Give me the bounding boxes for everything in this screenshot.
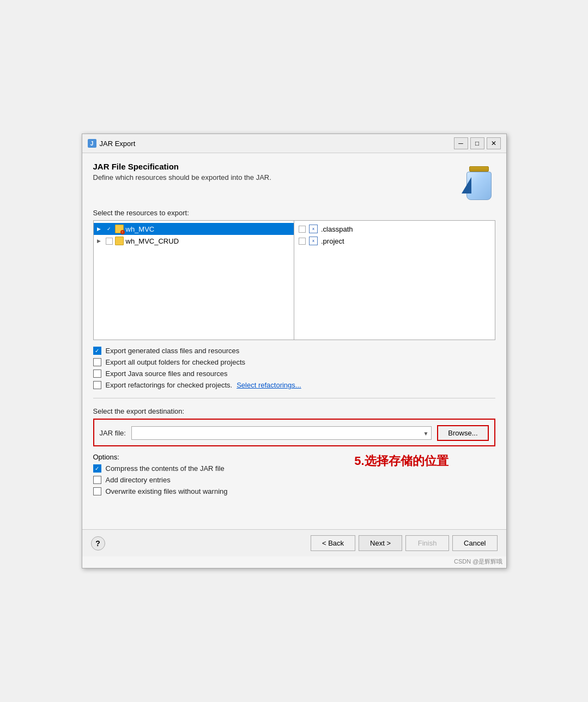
export-refactorings-label: Export refactorings for checked projects…	[106, 381, 233, 389]
dialog-title: JAR File Specification	[93, 162, 271, 171]
wh-mvc-checkbox[interactable]	[106, 226, 113, 233]
file-item-project[interactable]: X .project	[294, 235, 495, 247]
checkbox-row-export-folders: Export all output folders for checked pr…	[93, 358, 495, 366]
overwrite-checkbox[interactable]	[93, 487, 101, 495]
annotation-text: 5.选择存储的位置	[354, 453, 448, 469]
options-label: Options:	[93, 453, 292, 461]
compress-label: Compress the contents of the JAR file	[106, 464, 225, 473]
export-classes-checkbox[interactable]	[93, 347, 101, 355]
export-classes-label: Export generated class files and resourc…	[106, 347, 240, 355]
dialog-subtitle: Define which resources should be exporte…	[93, 173, 271, 181]
checkbox-row-export-refactorings: Export refactorings for checked projects…	[93, 381, 495, 389]
export-folders-label: Export all output folders for checked pr…	[106, 358, 246, 366]
add-dir-checkbox[interactable]	[93, 476, 101, 484]
checkbox-row-add-dir: Add directory entries	[93, 476, 292, 484]
compress-checkbox[interactable]	[93, 464, 101, 473]
chevron-icon: ▶	[97, 226, 104, 232]
wh-mvc-crud-checkbox[interactable]	[106, 238, 113, 245]
jar-file-input-wrapper: ▼	[131, 426, 432, 440]
checkbox-row-export-java: Export Java source files and resources	[93, 370, 495, 378]
spacer	[93, 499, 495, 521]
resources-label: Select the resources to export:	[93, 209, 495, 217]
projects-list[interactable]: ▶ ! wh_MVC ▶ wh_MVC_CRUD	[94, 221, 295, 340]
jar-export-window: J JAR Export ─ □ ✕ JAR File Specificatio…	[82, 134, 507, 568]
classpath-label: .classpath	[321, 225, 353, 233]
project-icon: !	[115, 225, 124, 233]
browse-button[interactable]: Browse...	[437, 425, 488, 441]
minimize-button[interactable]: ─	[454, 137, 468, 149]
export-java-checkbox[interactable]	[93, 370, 101, 378]
jar-icon: J	[88, 139, 96, 148]
bottom-left: ?	[91, 536, 105, 550]
jar-illustration	[463, 162, 495, 200]
export-refactorings-checkbox[interactable]	[93, 381, 101, 389]
annotation-section: 5.选择存储的位置	[297, 453, 495, 469]
project-item-wh-mvc[interactable]: ▶ ! wh_MVC	[94, 223, 294, 235]
checkbox-row-compress: Compress the contents of the JAR file	[93, 464, 292, 473]
project-file-icon: X	[309, 237, 318, 245]
file-item-classpath[interactable]: X .classpath	[294, 223, 495, 235]
cancel-button[interactable]: Cancel	[452, 535, 497, 551]
checkbox-row-export-classes: Export generated class files and resourc…	[93, 347, 495, 355]
files-list[interactable]: X .classpath X .project	[294, 221, 495, 340]
project-icon-crud	[115, 237, 124, 245]
close-button[interactable]: ✕	[487, 137, 501, 149]
project-label-wh-mvc-crud: wh_MVC_CRUD	[126, 237, 179, 245]
bottom-buttons: < Back Next > Finish Cancel	[311, 535, 498, 551]
window-title: JAR Export	[100, 140, 136, 148]
checkbox-row-overwrite: Overwrite existing files without warning	[93, 487, 292, 495]
project-file-label: .project	[321, 237, 344, 245]
export-options: Export generated class files and resourc…	[93, 347, 495, 389]
options-annotation-row: Options: Compress the contents of the JA…	[93, 453, 495, 499]
watermark: CSDN @是辉辉哦	[82, 556, 506, 568]
back-button[interactable]: < Back	[311, 535, 355, 551]
browse-highlight-box: JAR file: ▼ Browse...	[93, 419, 495, 446]
section-divider	[93, 398, 495, 398]
bottom-bar: ? < Back Next > Finish Cancel	[82, 529, 506, 556]
destination-section: Select the export destination: JAR file:…	[93, 407, 495, 446]
title-bar-left: J JAR Export	[88, 139, 136, 148]
dialog-content: JAR File Specification Define which reso…	[82, 153, 506, 529]
options-section: Options: Compress the contents of the JA…	[93, 453, 292, 499]
add-dir-label: Add directory entries	[106, 476, 171, 484]
export-triangle-icon	[462, 177, 471, 193]
window-controls: ─ □ ✕	[454, 137, 501, 149]
overwrite-label: Overwrite existing files without warning	[106, 487, 228, 495]
jar-lid	[469, 166, 489, 172]
jar-file-row: JAR file: ▼ Browse...	[100, 425, 489, 441]
destination-label: Select the export destination:	[93, 407, 495, 415]
classpath-file-icon: X	[309, 225, 318, 233]
next-button[interactable]: Next >	[359, 535, 402, 551]
chevron-icon: ▶	[97, 238, 104, 244]
project-item-wh-mvc-crud[interactable]: ▶ wh_MVC_CRUD	[94, 235, 294, 247]
classpath-checkbox[interactable]	[299, 226, 306, 233]
header-text: JAR File Specification Define which reso…	[93, 162, 271, 181]
maximize-button[interactable]: □	[470, 137, 484, 149]
jar-file-dropdown[interactable]	[131, 426, 432, 440]
finish-button[interactable]: Finish	[405, 535, 449, 551]
export-folders-checkbox[interactable]	[93, 358, 101, 366]
select-refactorings-link[interactable]: Select refactorings...	[237, 381, 301, 389]
title-bar: J JAR Export ─ □ ✕	[82, 134, 506, 153]
export-java-label: Export Java source files and resources	[106, 370, 228, 378]
header-section: JAR File Specification Define which reso…	[93, 162, 495, 200]
project-label-wh-mvc: wh_MVC	[126, 225, 155, 233]
resources-panel: ▶ ! wh_MVC ▶ wh_MVC_CRUD	[93, 220, 495, 340]
help-button[interactable]: ?	[91, 536, 105, 550]
jar-file-label: JAR file:	[100, 429, 126, 437]
project-file-checkbox[interactable]	[299, 238, 306, 245]
